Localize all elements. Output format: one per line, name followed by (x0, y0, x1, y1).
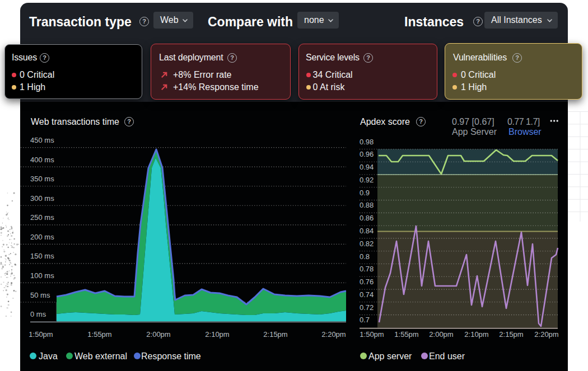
svg-text:0.76: 0.76 (360, 278, 374, 286)
svg-text:1:55pm: 1:55pm (87, 330, 111, 339)
svg-text:2:15pm: 2:15pm (263, 330, 287, 339)
svg-text:50 ms: 50 ms (30, 291, 50, 299)
svg-text:400 ms: 400 ms (30, 156, 54, 164)
svg-text:0.8: 0.8 (360, 252, 370, 261)
svg-text:2:20pm: 2:20pm (321, 330, 346, 339)
svg-text:0.7: 0.7 (360, 316, 370, 324)
svg-text:0.94: 0.94 (360, 163, 374, 171)
svg-text:0.82: 0.82 (360, 239, 374, 248)
svg-text:150 ms: 150 ms (30, 252, 54, 260)
svg-text:1:50pm: 1:50pm (29, 330, 53, 339)
svg-text:0.84: 0.84 (360, 227, 374, 235)
svg-text:2:00pm: 2:00pm (146, 330, 170, 339)
svg-text:300 ms: 300 ms (30, 194, 54, 203)
svg-text:2:20pm: 2:20pm (534, 330, 558, 339)
svg-text:0.92: 0.92 (360, 176, 374, 184)
svg-text:2:15pm: 2:15pm (499, 330, 523, 339)
svg-text:1:50pm: 1:50pm (360, 330, 384, 339)
svg-text:200 ms: 200 ms (30, 233, 54, 241)
svg-text:1:55pm: 1:55pm (394, 330, 418, 339)
svg-text:2:10pm: 2:10pm (205, 330, 229, 339)
svg-text:0.98: 0.98 (360, 138, 374, 146)
svg-text:2:00pm: 2:00pm (429, 330, 453, 339)
svg-text:0.72: 0.72 (360, 303, 374, 312)
svg-text:0.88: 0.88 (360, 201, 374, 209)
svg-text:0.86: 0.86 (360, 214, 374, 222)
svg-text:100 ms: 100 ms (30, 271, 54, 280)
svg-text:0.78: 0.78 (360, 265, 374, 273)
svg-text:0.74: 0.74 (360, 290, 374, 299)
svg-text:250 ms: 250 ms (30, 213, 54, 222)
svg-text:350 ms: 350 ms (30, 175, 54, 183)
svg-text:2:10pm: 2:10pm (464, 330, 488, 339)
svg-text:0.9: 0.9 (360, 189, 370, 197)
svg-text:0 ms: 0 ms (30, 310, 46, 318)
svg-text:450 ms: 450 ms (30, 136, 54, 144)
svg-text:0.96: 0.96 (360, 150, 374, 158)
